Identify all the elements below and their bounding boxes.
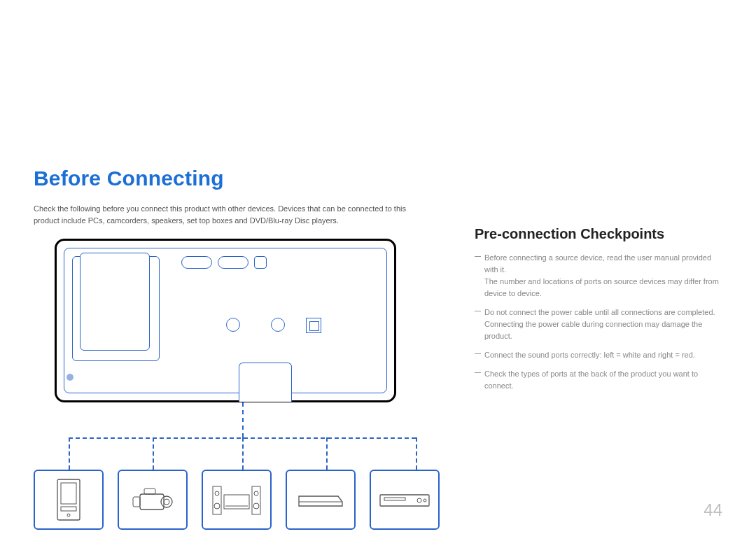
svg-rect-10 xyxy=(252,486,260,514)
device-row xyxy=(34,470,447,530)
panel-notch xyxy=(239,363,292,402)
checkpoint-item: Do not connect the power cable until all… xyxy=(475,307,722,342)
connector-trunk xyxy=(242,402,244,437)
port-usb xyxy=(306,318,321,333)
camcorder-icon xyxy=(130,484,175,515)
checkpoint-text: Do not connect the power cable until all… xyxy=(484,308,715,316)
product-rear-diagram xyxy=(55,239,396,402)
svg-point-14 xyxy=(253,503,259,509)
svg-point-11 xyxy=(215,491,219,496)
intro-text: Check the following before you connect t… xyxy=(34,203,426,226)
connector-2 xyxy=(153,437,154,470)
device-camcorder xyxy=(118,470,188,530)
manual-page: Before Connecting Check the following be… xyxy=(0,0,756,534)
section-title: Before Connecting xyxy=(34,167,722,190)
port-jack-b xyxy=(271,318,285,332)
device-set-top-box xyxy=(286,470,356,530)
speakers-icon xyxy=(211,482,262,517)
checkpoints-column: Pre-connection Checkpoints Before connec… xyxy=(475,226,722,399)
checkpoint-text: Check the types of ports at the back of … xyxy=(484,370,698,390)
checkpoint-subtext: The number and locations of ports on sou… xyxy=(484,276,722,300)
checkpoint-text: Before connecting a source device, read … xyxy=(484,253,711,274)
checkpoints-list: Before connecting a source device, read … xyxy=(475,252,722,392)
device-speakers xyxy=(202,470,272,530)
svg-rect-1 xyxy=(61,483,76,504)
set-top-box-icon xyxy=(296,489,345,510)
port-card xyxy=(80,253,150,351)
svg-point-3 xyxy=(67,514,70,517)
checkpoints-heading: Pre-connection Checkpoints xyxy=(475,226,722,242)
device-pc-tower xyxy=(34,470,104,530)
connector-5 xyxy=(416,437,417,470)
indicator-dot xyxy=(66,374,74,381)
port-jack-a xyxy=(226,318,240,332)
port-slot-a xyxy=(181,256,212,269)
disc-player-icon xyxy=(379,491,430,509)
port-slot-c xyxy=(254,256,267,269)
checkpoint-item: Check the types of ports at the back of … xyxy=(475,368,722,392)
port-slot-b xyxy=(218,256,248,269)
svg-point-13 xyxy=(254,491,258,496)
checkpoint-item: Connect the sound ports correctly: left … xyxy=(475,349,722,361)
svg-point-21 xyxy=(424,499,426,502)
checkpoint-text: Connect the sound ports correctly: left … xyxy=(484,351,695,359)
svg-point-6 xyxy=(164,499,169,505)
connector-1 xyxy=(69,437,70,470)
two-column-layout: Pre-connection Checkpoints Before connec… xyxy=(34,239,722,530)
svg-point-12 xyxy=(214,503,220,509)
svg-rect-2 xyxy=(61,507,76,511)
diagram-column xyxy=(34,239,447,530)
checkpoint-item: Before connecting a source device, read … xyxy=(475,252,722,300)
connector-4 xyxy=(326,437,328,470)
port-group-left xyxy=(72,256,160,361)
svg-rect-9 xyxy=(213,486,221,514)
connector-3 xyxy=(242,437,244,470)
svg-rect-7 xyxy=(133,497,140,507)
svg-point-5 xyxy=(161,496,172,507)
svg-rect-15 xyxy=(224,495,249,509)
svg-rect-19 xyxy=(384,498,405,500)
svg-point-20 xyxy=(417,498,421,503)
checkpoint-subtext: Connecting the power cable during connec… xyxy=(484,318,722,342)
page-number: 44 xyxy=(704,500,722,520)
pc-tower-icon xyxy=(57,479,80,521)
svg-rect-8 xyxy=(144,489,155,494)
svg-rect-4 xyxy=(140,494,164,510)
device-disc-player xyxy=(370,470,440,530)
